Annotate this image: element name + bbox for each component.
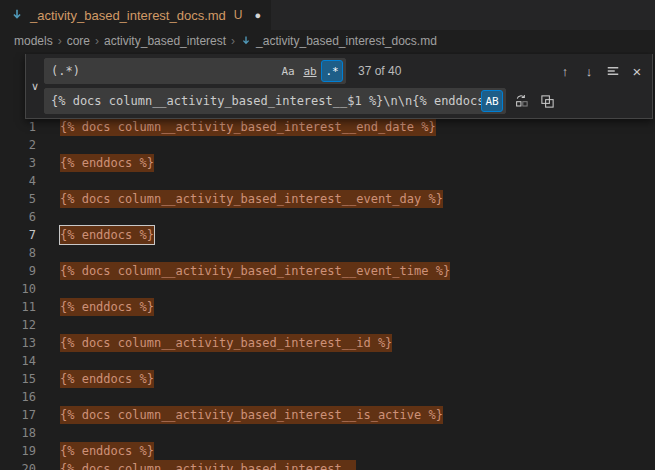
line-text: {% enddocs %} (60, 226, 154, 244)
arrow-up-icon: ↑ (562, 64, 569, 79)
tab-active-file[interactable]: _activity_based_interest_docs.md U ● (0, 0, 272, 30)
vscode-window: _activity_based_interest_docs.md U ● mod… (0, 0, 655, 470)
breadcrumb-items: models›core›activity_based_interest› (14, 34, 235, 48)
unsaved-changes-dot[interactable]: ● (255, 9, 262, 21)
line-text: {% docs column__activity_based_interest_… (60, 190, 443, 208)
replace-input[interactable]: {% docs column__activity_based_interest_… (44, 88, 506, 114)
line-number: 18 (0, 424, 36, 442)
breadcrumb-file[interactable]: _activity_based_interest_docs.md (240, 34, 437, 48)
editor-line[interactable]: 3{% enddocs %} (0, 154, 655, 172)
tab-bar: _activity_based_interest_docs.md U ● (0, 0, 655, 30)
line-text: {% docs column__activity_based_interest_… (60, 118, 436, 136)
line-number: 13 (0, 334, 36, 352)
replace-all-button[interactable] (536, 90, 558, 112)
editor-line[interactable]: 20{% docs column__activity_based_interes… (0, 460, 655, 470)
close-find-button[interactable]: × (626, 60, 648, 82)
line-text: {% enddocs %} (60, 442, 154, 460)
git-status-badge: U (234, 8, 243, 22)
line-number: 10 (0, 280, 36, 298)
editor-line[interactable]: 19{% enddocs %} (0, 442, 655, 460)
editor-line[interactable]: 8 (0, 244, 655, 262)
editor-pane[interactable]: ∨ (.*) Aa ab .* 37 of 40 ↑ (0, 52, 655, 470)
find-input[interactable]: (.*) Aa ab .* (44, 58, 346, 84)
markdown-icon (10, 8, 24, 22)
breadcrumb-separator: › (58, 34, 62, 48)
line-number: 2 (0, 136, 36, 154)
find-in-selection-button[interactable] (602, 60, 624, 82)
line-number: 17 (0, 406, 36, 424)
replace-icon (514, 94, 529, 109)
line-number: 1 (0, 118, 36, 136)
editor-line[interactable]: 6 (0, 208, 655, 226)
editor-line[interactable]: 13{% docs column__activity_based_interes… (0, 334, 655, 352)
match-case-toggle[interactable]: Aa (277, 60, 299, 82)
preserve-case-toggle[interactable]: AB (481, 90, 503, 112)
editor-lines: 1{% docs column__activity_based_interest… (0, 118, 655, 470)
line-text: {% enddocs %} (60, 370, 154, 388)
line-number: 8 (0, 244, 36, 262)
editor-line[interactable]: 10 (0, 280, 655, 298)
replace-row: {% docs column__activity_based_interest_… (44, 88, 648, 114)
line-number: 3 (0, 154, 36, 172)
arrow-down-icon: ↓ (586, 64, 593, 79)
close-icon: × (633, 63, 642, 80)
line-number: 20 (0, 460, 36, 470)
markdown-icon (240, 35, 252, 47)
replace-button[interactable] (510, 90, 532, 112)
line-number: 6 (0, 208, 36, 226)
line-text: {% enddocs %} (60, 154, 154, 172)
line-text: {% docs column__activity_based_interest_… (60, 460, 356, 470)
replace-value: {% docs column__activity_based_interest_… (51, 94, 481, 108)
line-number: 9 (0, 262, 36, 280)
editor-line[interactable]: 16 (0, 388, 655, 406)
toggle-replace-chevron[interactable]: ∨ (26, 58, 44, 114)
breadcrumb-item[interactable]: core (67, 34, 90, 48)
breadcrumb-file-label: _activity_based_interest_docs.md (256, 34, 437, 48)
editor-line[interactable]: 12 (0, 316, 655, 334)
editor-line[interactable]: 15{% enddocs %} (0, 370, 655, 388)
editor-line[interactable]: 18 (0, 424, 655, 442)
find-row: (.*) Aa ab .* 37 of 40 ↑ ↓ (44, 58, 648, 84)
line-text: {% docs column__activity_based_interest_… (60, 334, 392, 352)
line-text: {% enddocs %} (60, 298, 154, 316)
editor-line[interactable]: 17{% docs column__activity_based_interes… (0, 406, 655, 424)
editor-line[interactable]: 9{% docs column__activity_based_interest… (0, 262, 655, 280)
line-text: {% docs column__activity_based_interest_… (60, 406, 443, 424)
editor-line[interactable]: 5{% docs column__activity_based_interest… (0, 190, 655, 208)
line-number: 12 (0, 316, 36, 334)
next-match-button[interactable]: ↓ (578, 60, 600, 82)
match-count: 37 of 40 (358, 64, 401, 78)
editor-line[interactable]: 14 (0, 352, 655, 370)
editor-line[interactable]: 4 (0, 172, 655, 190)
selection-lines-icon (606, 64, 620, 78)
editor-line[interactable]: 1{% docs column__activity_based_interest… (0, 118, 655, 136)
editor-line[interactable]: 2 (0, 136, 655, 154)
tab-title: _activity_based_interest_docs.md (30, 8, 226, 23)
replace-all-icon (540, 94, 555, 109)
line-number: 11 (0, 298, 36, 316)
breadcrumb-separator: › (95, 34, 99, 48)
line-number: 19 (0, 442, 36, 460)
find-replace-widget: ∨ (.*) Aa ab .* 37 of 40 ↑ (25, 54, 653, 119)
whole-word-toggle[interactable]: ab (299, 60, 321, 82)
line-text: {% docs column__activity_based_interest_… (60, 262, 450, 280)
regex-toggle[interactable]: .* (321, 60, 343, 82)
breadcrumb-item[interactable]: models (14, 34, 53, 48)
find-query: (.*) (51, 64, 277, 78)
breadcrumb-separator: › (231, 34, 235, 48)
line-number: 4 (0, 172, 36, 190)
breadcrumb-item[interactable]: activity_based_interest (104, 34, 226, 48)
line-number: 14 (0, 352, 36, 370)
editor-line[interactable]: 11{% enddocs %} (0, 298, 655, 316)
previous-match-button[interactable]: ↑ (554, 60, 576, 82)
line-number: 7 (0, 226, 36, 244)
line-number: 15 (0, 370, 36, 388)
line-number: 5 (0, 190, 36, 208)
editor-line[interactable]: 7{% enddocs %} (0, 226, 655, 244)
breadcrumb: models›core›activity_based_interest› _ac… (0, 30, 655, 52)
line-number: 16 (0, 388, 36, 406)
